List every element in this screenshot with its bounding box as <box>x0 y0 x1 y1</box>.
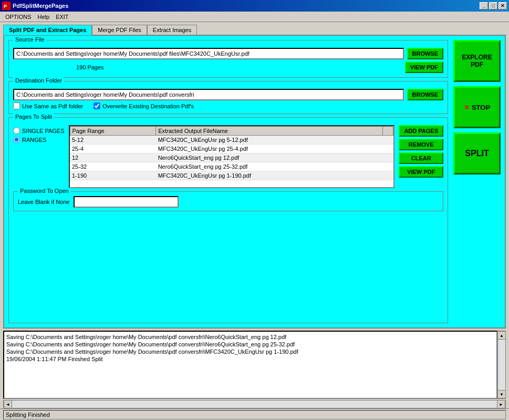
col-filename: Extracted Output FileName <box>156 127 383 136</box>
menu-help[interactable]: Help <box>35 13 53 21</box>
content-area: Source File BROWSE 190 Pages VIEW PDF De… <box>3 35 506 329</box>
tab-merge-pdf[interactable]: Merge PDF Files <box>92 25 147 35</box>
maximize-button[interactable]: □ <box>489 2 497 9</box>
tab-extract-images[interactable]: Extract Images <box>147 25 197 35</box>
tab-split-pdf[interactable]: Split PDF and Extract Pages <box>3 25 92 35</box>
cell-range: 12 <box>70 153 156 162</box>
password-input[interactable] <box>74 196 179 208</box>
ranges-radio[interactable] <box>13 136 20 143</box>
source-file-title: Source File <box>13 36 47 43</box>
split-button[interactable]: SPLIT <box>453 132 501 175</box>
status-bar: Splitting Finished <box>0 408 509 420</box>
cell-range: 25-32 <box>70 162 156 171</box>
single-pages-label: SINGLE PAGES <box>22 128 65 134</box>
scroll-down-arrow[interactable]: ▼ <box>497 390 506 398</box>
cell-filename: MFC3420C_UkEngUsr pg 25-4.pdf <box>156 145 383 153</box>
scroll-track-v <box>498 340 505 390</box>
svg-text:P: P <box>4 4 7 9</box>
source-file-input[interactable] <box>13 48 404 59</box>
radio-group: SINGLE PAGES RANGES <box>13 125 65 188</box>
explore-pdf-button[interactable]: EXPLORE PDF <box>453 40 501 82</box>
destination-title: Destination Folder <box>13 77 64 84</box>
clear-button[interactable]: CLEAR <box>399 152 443 164</box>
app-title: PdfSplitMergePages <box>13 3 68 9</box>
remove-button[interactable]: REMOVE <box>399 139 443 150</box>
source-view-pdf-button[interactable]: VIEW PDF <box>405 62 443 73</box>
password-panel-title: Password To Open <box>18 188 71 194</box>
log-scrollbar-h[interactable]: ◄ ► <box>3 400 506 408</box>
page-count: 190 Pages <box>76 64 104 70</box>
password-panel: Password To Open Leave Blank if None <box>13 191 443 211</box>
tab-bar: Split PDF and Extract Pages Merge PDF Fi… <box>0 22 509 35</box>
overwrite-checkbox-row[interactable]: Overwrite Existing Destination Pdf's <box>94 103 194 109</box>
use-same-checkbox[interactable] <box>13 103 20 109</box>
status-text: Splitting Finished <box>3 410 506 419</box>
table-row[interactable]: 1-190MFC3420C_UkEngUsr pg 1-190.pdf <box>70 171 393 180</box>
right-panel: EXPLORE PDF ✕ STOP SPLIT <box>448 40 501 323</box>
table-row[interactable]: 25-4MFC3420C_UkEngUsr pg 25-4.pdf <box>70 145 393 153</box>
cell-range: 1-190 <box>70 171 156 180</box>
close-button[interactable]: ✕ <box>498 2 507 9</box>
log-area: Saving C:\Documents and Settings\roger h… <box>3 331 497 399</box>
main-window: Split PDF and Extract Pages Merge PDF Fi… <box>0 22 509 420</box>
log-scrollbar-v[interactable]: ▲ ▼ <box>497 331 506 399</box>
single-pages-radio-row[interactable]: SINGLE PAGES <box>13 127 65 134</box>
app-icon: P <box>2 2 11 10</box>
destination-input[interactable] <box>13 89 404 100</box>
cell-filename: Nero6QuickStart_eng pg 25-32.pdf <box>156 162 383 171</box>
pages-table-container[interactable]: Page Range Extracted Output FileName 5-1… <box>69 125 395 188</box>
ranges-radio-row[interactable]: RANGES <box>13 136 65 143</box>
menu-exit[interactable]: EXIT <box>53 13 71 21</box>
scroll-up-arrow[interactable]: ▲ <box>497 331 506 340</box>
log-line: Saving C:\Documents and Settings\roger h… <box>6 334 494 340</box>
stop-label: STOP <box>472 104 490 111</box>
cell-filename: MFC3420C_UkEngUsr pg 5-12.pdf <box>156 136 383 145</box>
pages-buttons: ADD PAGES REMOVE CLEAR VIEW PDF <box>399 125 443 188</box>
stop-button[interactable]: ✕ STOP <box>453 86 501 128</box>
cell-range: 25-4 <box>70 145 156 153</box>
destination-browse-button[interactable]: BROWSE <box>407 89 444 100</box>
menu-options[interactable]: OPTIONS <box>2 13 35 21</box>
destination-panel: Destination Folder BROWSE Use Same as Pd… <box>8 81 448 114</box>
use-same-label: Use Same as Pdf folder <box>22 103 83 109</box>
menu-bar: OPTIONS Help EXIT <box>0 12 509 22</box>
password-label: Leave Blank if None <box>18 199 69 205</box>
overwrite-checkbox[interactable] <box>94 103 100 109</box>
source-browse-button[interactable]: BROWSE <box>407 48 444 59</box>
scroll-left-arrow[interactable]: ◄ <box>4 400 12 408</box>
ranges-label: RANGES <box>22 137 46 143</box>
single-pages-radio[interactable] <box>13 127 20 134</box>
pages-table: Page Range Extracted Output FileName 5-1… <box>70 126 394 180</box>
overwrite-label: Overwrite Existing Destination Pdf's <box>102 103 194 109</box>
col-page-range: Page Range <box>70 127 156 136</box>
table-row[interactable]: 5-12MFC3420C_UkEngUsr pg 5-12.pdf <box>70 136 393 145</box>
add-pages-button[interactable]: ADD PAGES <box>399 125 443 137</box>
log-scroll-container: Saving C:\Documents and Settings\roger h… <box>3 331 506 399</box>
use-same-checkbox-row[interactable]: Use Same as Pdf folder <box>13 103 83 109</box>
pages-to-split-panel: Pages To Split SINGLE PAGES RANGES <box>8 117 448 323</box>
log-line: Saving C:\Documents and Settings\roger h… <box>6 341 494 347</box>
view-pdf-button[interactable]: VIEW PDF <box>399 166 443 178</box>
cell-range: 5-12 <box>70 136 156 145</box>
col-extra <box>383 127 393 136</box>
scroll-right-arrow[interactable]: ► <box>497 400 505 408</box>
stop-icon: ✕ <box>464 104 470 111</box>
table-row[interactable]: 12Nero6QuickStart_eng pg 12.pdf <box>70 153 393 162</box>
log-line: 19/06/2004 1:11:47 PM Finished Split <box>6 356 494 362</box>
log-line: Saving C:\Documents and Settings\roger h… <box>6 349 494 355</box>
scroll-track-h <box>12 401 497 408</box>
cell-filename: Nero6QuickStart_eng pg 12.pdf <box>156 153 383 162</box>
table-row[interactable]: 25-32Nero6QuickStart_eng pg 25-32.pdf <box>70 162 393 171</box>
minimize-button[interactable]: _ <box>480 2 488 9</box>
pages-to-split-title: Pages To Split <box>13 114 54 120</box>
source-file-panel: Source File BROWSE 190 Pages VIEW PDF <box>8 40 448 78</box>
cell-filename: MFC3420C_UkEngUsr pg 1-190.pdf <box>156 171 383 180</box>
title-bar: P PdfSplitMergePages _ □ ✕ <box>0 0 509 12</box>
